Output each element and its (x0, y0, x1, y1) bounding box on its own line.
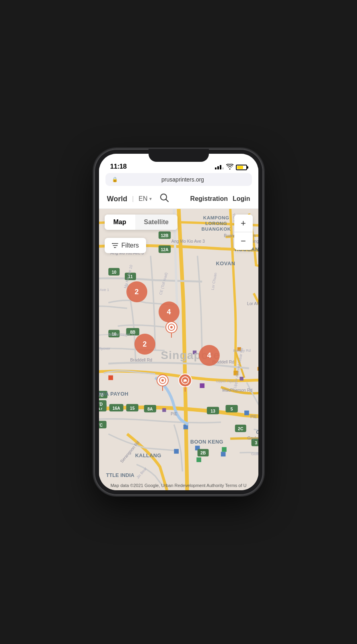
svg-point-105 (112, 243, 113, 244)
svg-point-110 (170, 326, 173, 328)
svg-point-113 (161, 379, 164, 382)
cluster-count-4: 4 (207, 351, 211, 360)
svg-text:12A: 12A (161, 248, 169, 252)
battery-icon (236, 165, 247, 170)
svg-text:PIE: PIE (170, 412, 177, 416)
svg-text:13: 13 (210, 409, 215, 413)
svg-text:MacPherson Rd: MacPherson Rd (222, 388, 252, 392)
svg-text:2B: 2B (200, 451, 206, 455)
nav-lang-selector[interactable]: EN ▾ (138, 195, 151, 202)
pin-icon-3: 1A (177, 373, 193, 392)
svg-rect-56 (196, 457, 201, 462)
svg-text:Guillemard Rd: Guillemard Rd (251, 452, 258, 456)
zoom-out-button[interactable]: − (234, 232, 253, 250)
map-attribution: Map data ©2021 Google, Urban Redevelopme… (99, 483, 258, 488)
svg-text:Bishar Street 11: Bishar Street 11 (108, 332, 135, 336)
svg-rect-47 (162, 408, 166, 412)
cluster-count-1: 2 (134, 288, 138, 296)
cluster-marker-4[interactable]: 4 (199, 345, 220, 366)
svg-rect-55 (222, 447, 227, 452)
svg-rect-46 (239, 377, 243, 380)
svg-rect-39 (108, 376, 113, 380)
svg-text:12B: 12B (161, 233, 169, 238)
nav-separator: | (132, 195, 134, 202)
map-pin-3[interactable]: 1A (177, 373, 193, 392)
svg-text:7D: 7D (99, 402, 103, 407)
filter-label: Filters (122, 242, 139, 249)
svg-text:Bartley Rd: Bartley Rd (233, 349, 250, 353)
map-zoom-controls: + − (234, 215, 253, 250)
svg-rect-51 (257, 367, 258, 371)
svg-text:8A: 8A (147, 407, 153, 411)
url-bar[interactable]: 🔒 prusaprinters.org (105, 173, 252, 186)
svg-text:BOON KENG: BOON KENG (190, 439, 223, 445)
svg-text:Lor Ah Soo: Lor Ah Soo (247, 301, 258, 306)
svg-rect-44 (221, 452, 225, 456)
cluster-marker-1[interactable]: 2 (126, 281, 147, 302)
svg-text:TTLE INDIA: TTLE INDIA (106, 472, 134, 478)
status-icons (215, 164, 247, 171)
svg-text:KALLANG: KALLANG (135, 452, 161, 458)
status-time: 11:18 (110, 163, 127, 171)
lock-icon: 🔒 (112, 177, 118, 182)
wifi-icon (226, 164, 233, 171)
search-icon[interactable] (160, 193, 169, 204)
svg-text:GEYL: GEYL (256, 429, 258, 435)
filter-icon (112, 242, 118, 249)
svg-text:Braddell Rd: Braddell Rd (130, 358, 152, 362)
nav-bar: World | EN ▾ Registration Login (99, 189, 258, 209)
svg-text:KAMPONG: KAMPONG (203, 215, 229, 220)
map-type-buttons: Map Satellite (105, 215, 177, 230)
svg-text:1A: 1A (183, 379, 188, 383)
cluster-marker-2[interactable]: 4 (159, 301, 180, 322)
svg-text:KOVAN: KOVAN (216, 260, 235, 266)
chevron-down-icon: ▾ (149, 196, 152, 202)
svg-text:10: 10 (111, 270, 116, 275)
svg-text:BUANGKOK: BUANGKOK (201, 226, 231, 231)
phone-frame: 11:18 (94, 149, 263, 495)
svg-text:KIO: KIO (99, 277, 99, 283)
url-text: prusaprinters.org (120, 176, 246, 183)
pin-icon-1 (164, 321, 179, 338)
filter-button[interactable]: Filters (105, 238, 147, 253)
svg-rect-43 (174, 449, 179, 454)
phone-screen: 11:18 (99, 154, 258, 490)
svg-point-0 (161, 194, 167, 200)
svg-text:2C: 2C (238, 427, 244, 431)
svg-text:3: 3 (255, 441, 257, 445)
svg-rect-53 (200, 383, 204, 388)
svg-text:Upper Aljun: Upper Aljun (216, 379, 235, 383)
svg-text:TOA PAYOH: TOA PAYOH (99, 391, 128, 397)
svg-line-1 (166, 200, 168, 202)
notch (149, 149, 209, 162)
nav-login-link[interactable]: Login (233, 195, 250, 202)
svg-text:Geylang Rd: Geylang Rd (247, 436, 258, 440)
map-type-satellite-button[interactable]: Satellite (135, 215, 177, 230)
svg-rect-41 (244, 411, 249, 415)
cluster-count-3: 2 (142, 340, 147, 349)
svg-text:16A: 16A (112, 406, 120, 411)
cluster-count-2: 4 (167, 308, 171, 316)
svg-text:Flyover: Flyover (99, 347, 110, 351)
svg-text:PIE: PIE (250, 415, 257, 419)
map-pin-1[interactable] (164, 321, 179, 338)
nav-registration-link[interactable]: Registration (190, 195, 228, 202)
map-pin-2[interactable] (155, 374, 170, 391)
map-container[interactable]: 12B 12A 17 16A 15 8A 13 (99, 209, 258, 490)
cluster-marker-3[interactable]: 2 (134, 334, 155, 355)
svg-text:Ang Mo Kio Ave 3: Ang Mo Kio Ave 3 (171, 239, 204, 244)
zoom-in-button[interactable]: + (234, 215, 253, 232)
svg-text:7C: 7C (99, 423, 103, 427)
signal-bars-icon (215, 165, 224, 169)
svg-point-107 (114, 247, 115, 248)
pin-icon-2 (155, 374, 170, 391)
svg-text:15: 15 (130, 406, 134, 411)
nav-world-label[interactable]: World (107, 195, 128, 203)
map-type-map-button[interactable]: Map (105, 215, 135, 230)
svg-text:LORONG: LORONG (205, 221, 227, 226)
svg-text:5: 5 (230, 407, 233, 411)
svg-point-106 (117, 245, 118, 246)
nav-lang-label: EN (138, 195, 147, 202)
svg-text:Kio Ave 1: Kio Ave 1 (99, 288, 109, 292)
